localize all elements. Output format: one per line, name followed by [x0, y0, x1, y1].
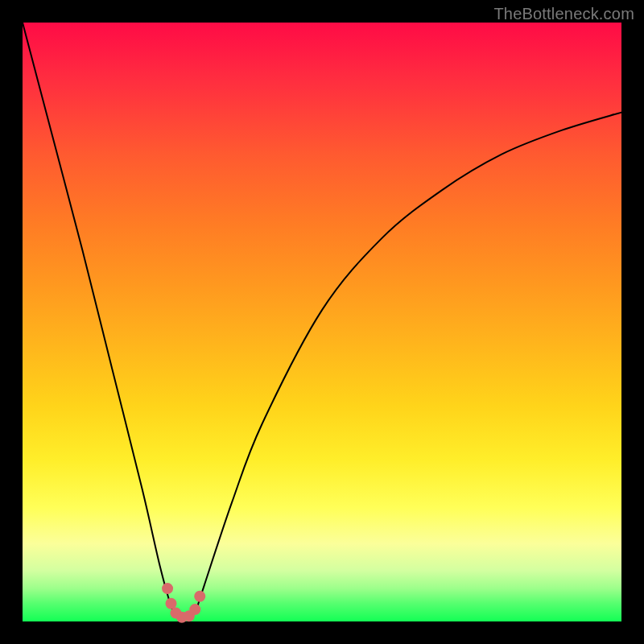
curve-right-branch: [184, 113, 621, 619]
watermark-text: TheBottleneck.com: [493, 5, 634, 23]
chart-plot-area: [23, 23, 621, 621]
minimum-dot: [162, 583, 173, 594]
minimum-dot: [166, 598, 177, 609]
chart-svg: [23, 23, 621, 621]
curve-left-branch: [23, 23, 184, 619]
minimum-dot: [194, 591, 205, 602]
minimum-dot: [189, 604, 200, 615]
